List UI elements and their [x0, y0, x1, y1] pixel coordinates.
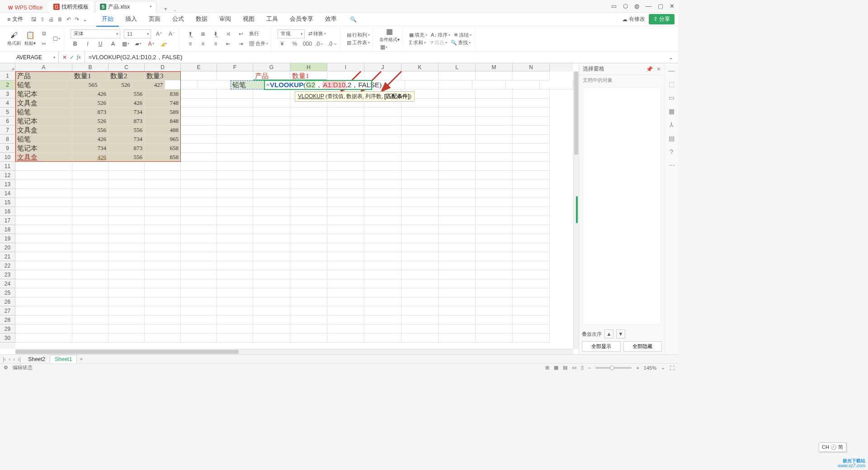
percent-icon[interactable]: % — [290, 39, 299, 48]
indent-inc-icon[interactable]: ⇥ — [236, 39, 245, 48]
cell[interactable] — [513, 243, 550, 252]
cell[interactable] — [476, 71, 513, 80]
merge-button[interactable]: ▦ 合并 ▾ — [249, 40, 268, 47]
cell[interactable] — [401, 135, 439, 144]
cell[interactable] — [181, 279, 217, 288]
cell[interactable] — [327, 108, 364, 117]
cell[interactable]: 铅笔 — [15, 135, 72, 144]
cell[interactable] — [540, 80, 573, 89]
cell[interactable] — [145, 171, 181, 180]
select-all-corner[interactable] — [0, 63, 15, 71]
cell[interactable] — [253, 144, 290, 153]
cell[interactable] — [108, 162, 145, 171]
cell[interactable] — [217, 99, 253, 108]
cell[interactable] — [439, 99, 476, 108]
cell[interactable] — [364, 144, 401, 153]
menu-tab-8[interactable]: 会员专享 — [284, 12, 319, 27]
cell[interactable] — [439, 80, 472, 89]
cell[interactable] — [327, 126, 364, 135]
col-header[interactable]: K — [401, 63, 439, 71]
cell[interactable] — [476, 108, 513, 117]
add-sheet-button[interactable]: + — [80, 356, 83, 362]
sheet-nav-first[interactable]: |‹ — [3, 356, 6, 362]
cell[interactable] — [253, 261, 290, 270]
cell[interactable] — [364, 288, 401, 297]
cell[interactable] — [476, 279, 513, 288]
cell[interactable] — [290, 144, 327, 153]
cell[interactable] — [513, 135, 550, 144]
cell[interactable]: 文具盒 — [15, 99, 72, 108]
rail-layers-icon[interactable]: ▤ — [669, 135, 675, 142]
cell[interactable] — [401, 162, 439, 171]
cell[interactable] — [476, 252, 513, 261]
cell[interactable] — [476, 99, 513, 108]
cell[interactable] — [476, 225, 513, 234]
cell[interactable] — [327, 225, 364, 234]
cell[interactable] — [108, 306, 145, 315]
cell[interactable] — [15, 225, 72, 234]
cell[interactable] — [253, 162, 290, 171]
cell[interactable] — [217, 324, 253, 334]
cell[interactable] — [181, 89, 217, 99]
indent-dec-icon[interactable]: ⇤ — [224, 39, 233, 48]
cell[interactable] — [253, 243, 290, 252]
row-header[interactable]: 25 — [0, 288, 15, 297]
cell[interactable]: 427 — [132, 80, 165, 89]
cell[interactable]: 数量1 — [72, 71, 108, 80]
cell[interactable] — [401, 171, 439, 180]
cell[interactable] — [439, 117, 476, 126]
share-button[interactable]: ⇪ 分享 — [649, 14, 675, 24]
cell[interactable] — [217, 216, 253, 225]
col-header[interactable]: A — [15, 63, 72, 71]
cell[interactable] — [217, 89, 253, 99]
cell[interactable] — [327, 198, 364, 207]
cell[interactable]: 文具盒 — [15, 153, 72, 162]
cell[interactable] — [513, 288, 550, 297]
wrap-text-icon[interactable]: ↩ — [236, 29, 245, 38]
cell[interactable] — [217, 234, 253, 243]
cell[interactable]: 858 — [145, 153, 181, 162]
cell[interactable] — [181, 99, 217, 108]
cell[interactable] — [145, 189, 181, 198]
cell[interactable] — [476, 198, 513, 207]
cell[interactable]: 526 — [72, 117, 108, 126]
convert-button[interactable]: ⇄ 转换▾ — [308, 30, 326, 37]
cell[interactable] — [181, 225, 217, 234]
col-header[interactable]: D — [145, 63, 181, 71]
cell[interactable]: 数量1 — [290, 71, 327, 80]
cell[interactable] — [217, 162, 253, 171]
cell[interactable] — [108, 261, 145, 270]
cell[interactable] — [108, 207, 145, 216]
align-left-icon[interactable]: ≡ — [186, 39, 195, 48]
increase-font-icon[interactable]: A⁺ — [155, 29, 164, 38]
row-header[interactable]: 27 — [0, 306, 15, 315]
worksheet-button[interactable]: ▥ 工作表▾ — [347, 39, 370, 46]
cell[interactable] — [217, 334, 253, 343]
cell[interactable] — [145, 297, 181, 306]
cell[interactable] — [364, 108, 401, 117]
cell[interactable] — [15, 216, 72, 225]
cell[interactable] — [108, 252, 145, 261]
cell[interactable] — [327, 180, 364, 189]
cell[interactable] — [439, 108, 476, 117]
cell[interactable]: 铅笔 — [15, 108, 72, 117]
cell[interactable]: 734 — [108, 135, 145, 144]
col-header[interactable]: G — [253, 63, 290, 71]
cell[interactable] — [513, 270, 550, 279]
row-header[interactable]: 4 — [0, 99, 15, 108]
cell[interactable] — [290, 288, 327, 297]
rail-collapse-icon[interactable]: — — [669, 67, 675, 74]
cell[interactable]: 铅笔 — [231, 80, 264, 89]
cell[interactable] — [439, 71, 476, 80]
cell[interactable] — [15, 297, 72, 306]
cell[interactable] — [290, 243, 327, 252]
cell[interactable] — [364, 297, 401, 306]
cell[interactable] — [513, 297, 550, 306]
cell[interactable]: 笔记本 — [15, 144, 72, 153]
cell[interactable] — [217, 71, 253, 80]
cell[interactable]: 658 — [145, 144, 181, 153]
cell[interactable] — [217, 297, 253, 306]
cell[interactable] — [290, 216, 327, 225]
cell[interactable] — [15, 171, 72, 180]
cell[interactable] — [364, 334, 401, 343]
